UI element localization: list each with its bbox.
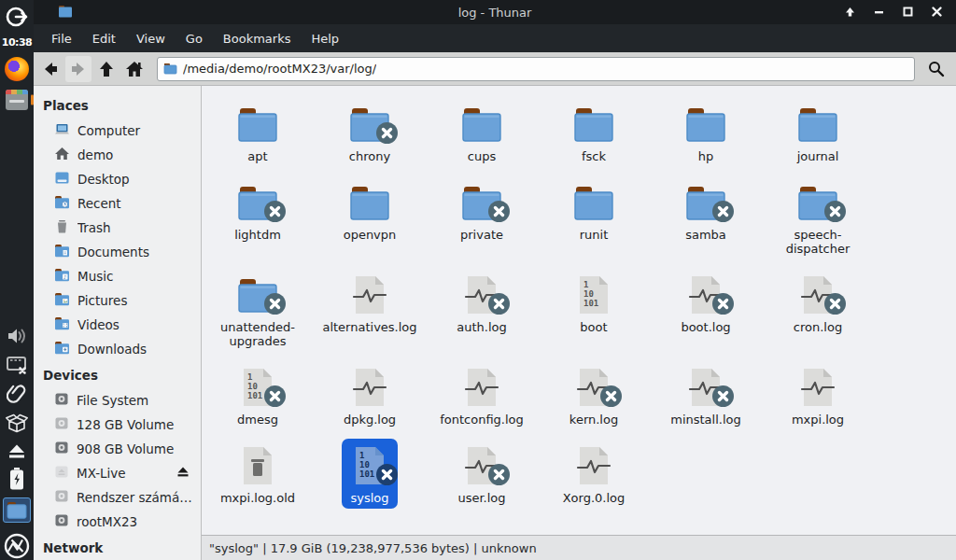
path-bar[interactable]: /media/demo/rootMX23/var/log/ bbox=[157, 57, 915, 81]
file-item-speech-dispatcher[interactable]: speech-dispatcher bbox=[762, 175, 874, 259]
volume-icon[interactable] bbox=[0, 326, 34, 346]
thunar-icon[interactable] bbox=[0, 497, 34, 523]
menu-bookmarks[interactable]: Bookmarks bbox=[215, 28, 300, 49]
search-button[interactable] bbox=[922, 56, 949, 82]
sidebar-item-desktop[interactable]: Desktop bbox=[34, 167, 201, 191]
path-text: /media/demo/rootMX23/var/log/ bbox=[183, 62, 376, 76]
sidebar-item-trash[interactable]: Trash bbox=[34, 216, 201, 240]
home-button[interactable] bbox=[121, 56, 148, 82]
no-access-emblem-icon bbox=[488, 464, 510, 485]
sidebar-item-file-system[interactable]: File System bbox=[34, 388, 201, 413]
menu-file[interactable]: File bbox=[43, 28, 80, 49]
firefox-icon[interactable] bbox=[0, 57, 34, 81]
sidebar-item-908-gb-volume[interactable]: 908 GB Volume bbox=[34, 437, 201, 461]
drive-icon bbox=[54, 441, 69, 457]
drive-eject-icon bbox=[54, 465, 69, 482]
minimize-button[interactable] bbox=[868, 4, 889, 21]
file-item-openvpn[interactable]: openvpn bbox=[314, 175, 426, 259]
file-item-boot[interactable]: 1 10 101 boot bbox=[538, 268, 650, 352]
sidebar-item-mx-live[interactable]: MX-Live bbox=[34, 461, 201, 485]
sidebar-item-downloads[interactable]: Downloads bbox=[34, 337, 201, 361]
file-item-dmesg[interactable]: 1 10 101 dmesg bbox=[202, 360, 314, 430]
file-item-hp[interactable]: hp bbox=[650, 97, 762, 167]
file-item-syslog[interactable]: 1 10 101 syslog bbox=[314, 439, 426, 509]
file-label: kern.log bbox=[569, 413, 618, 427]
package-icon[interactable] bbox=[0, 413, 34, 435]
sidebar-item-rootmx23[interactable]: rootMX23 bbox=[34, 510, 201, 534]
file-item-fontconfig-log[interactable]: fontconfig.log bbox=[426, 360, 538, 430]
file-item-apt[interactable]: apt bbox=[202, 97, 314, 167]
file-item-cron-log[interactable]: cron.log bbox=[762, 268, 874, 352]
forward-button[interactable] bbox=[65, 56, 91, 82]
file-item-alternatives-log[interactable]: alternatives.log bbox=[314, 268, 426, 352]
file-item-kern-log[interactable]: kern.log bbox=[538, 360, 650, 430]
arrow-up-icon bbox=[97, 60, 116, 78]
file-item-user-log[interactable]: user.log bbox=[426, 439, 538, 509]
sidebar-item-rendszer-szama[interactable]: Rendszer számá… bbox=[34, 485, 201, 510]
file-item-auth-log[interactable]: auth.log bbox=[426, 268, 538, 352]
file-item-cups[interactable]: cups bbox=[426, 97, 538, 167]
file-item-fsck[interactable]: fsck bbox=[538, 97, 650, 167]
arrow-up-icon bbox=[844, 4, 856, 21]
sidebar-item-documents[interactable]: Documents bbox=[34, 240, 201, 264]
window-body: log - Thunar FileEditViewGoBookmarksHelp… bbox=[34, 0, 956, 560]
menu-go[interactable]: Go bbox=[177, 28, 211, 49]
file-grid[interactable]: apt chrony cups fsck hp journal bbox=[202, 86, 956, 535]
back-button[interactable] bbox=[37, 56, 63, 82]
sidebar-item-recent[interactable]: Recent bbox=[34, 191, 201, 216]
file-item-private[interactable]: private bbox=[426, 175, 538, 259]
file-item-runit[interactable]: runit bbox=[538, 175, 650, 259]
file-label: openvpn bbox=[344, 228, 397, 242]
minus-icon bbox=[873, 4, 885, 21]
file-item-journal[interactable]: journal bbox=[762, 97, 874, 167]
log-file-icon bbox=[571, 443, 616, 488]
sidebar: Places Computer demo Desktop Recent Tras… bbox=[34, 86, 202, 560]
file-item-mxpi-log[interactable]: mxpi.log bbox=[762, 360, 874, 430]
sidebar-item-videos[interactable]: Videos bbox=[34, 313, 201, 337]
sidebar-item-128-gb-volume[interactable]: 128 GB Volume bbox=[34, 413, 201, 437]
sidebar-item-demo[interactable]: demo bbox=[34, 143, 201, 167]
file-item-unattended-upgrades[interactable]: unattended-upgrades bbox=[202, 268, 314, 352]
sidebar-item-label: File System bbox=[77, 393, 195, 408]
file-label: alternatives.log bbox=[322, 320, 416, 334]
folder-icon bbox=[571, 102, 616, 147]
svg-text:101: 101 bbox=[583, 299, 598, 308]
sidebar-item-label: Documents bbox=[77, 245, 195, 259]
file-item-mxpi-log-old[interactable]: mxpi.log.old bbox=[202, 439, 314, 509]
mx-logo-icon[interactable] bbox=[0, 532, 34, 560]
sidebar-item-label: Desktop bbox=[77, 172, 195, 187]
file-item-dpkg-log[interactable]: dpkg.log bbox=[314, 360, 426, 430]
file-label: cron.log bbox=[794, 320, 842, 334]
menu-help[interactable]: Help bbox=[302, 28, 347, 49]
file-item-lightdm[interactable]: lightdm bbox=[202, 175, 314, 259]
sidebar-item-label: demo bbox=[77, 147, 195, 162]
eject-button[interactable] bbox=[176, 466, 190, 481]
file-item-boot-log[interactable]: boot.log bbox=[650, 268, 762, 352]
sidebar-item-computer[interactable]: Computer bbox=[34, 119, 201, 143]
file-item-samba[interactable]: samba bbox=[650, 175, 762, 259]
shade-button[interactable] bbox=[839, 4, 860, 21]
square-icon bbox=[902, 4, 914, 21]
maximize-button[interactable] bbox=[897, 4, 918, 21]
log-file-icon bbox=[795, 365, 840, 410]
sidebar-item-music[interactable]: ♪ Music bbox=[34, 264, 201, 288]
sidebar-item-pictures[interactable]: Pictures bbox=[34, 288, 201, 313]
battery-icon[interactable] bbox=[0, 467, 34, 491]
file-label: fontconfig.log bbox=[440, 413, 524, 427]
screen-lock-icon[interactable] bbox=[0, 355, 34, 375]
file-item-chrony[interactable]: chrony bbox=[314, 97, 426, 167]
mx-menu-button[interactable] bbox=[0, 4, 34, 30]
clipboard-icon[interactable] bbox=[0, 383, 34, 405]
eject-icon[interactable] bbox=[0, 443, 34, 460]
sidebar-item-label: Downloads bbox=[77, 342, 195, 357]
titlebar[interactable]: log - Thunar bbox=[34, 0, 956, 24]
menu-view[interactable]: View bbox=[128, 28, 174, 49]
file-item-xorg-0-log[interactable]: Xorg.0.log bbox=[538, 439, 650, 509]
file-label: dpkg.log bbox=[344, 413, 396, 427]
file-cabinet-icon[interactable] bbox=[0, 90, 34, 110]
clock: 10:38 bbox=[0, 36, 34, 49]
file-item-minstall-log[interactable]: minstall.log bbox=[650, 360, 762, 430]
up-button[interactable] bbox=[93, 56, 120, 82]
menu-edit[interactable]: Edit bbox=[84, 28, 124, 49]
close-button[interactable] bbox=[926, 4, 947, 21]
